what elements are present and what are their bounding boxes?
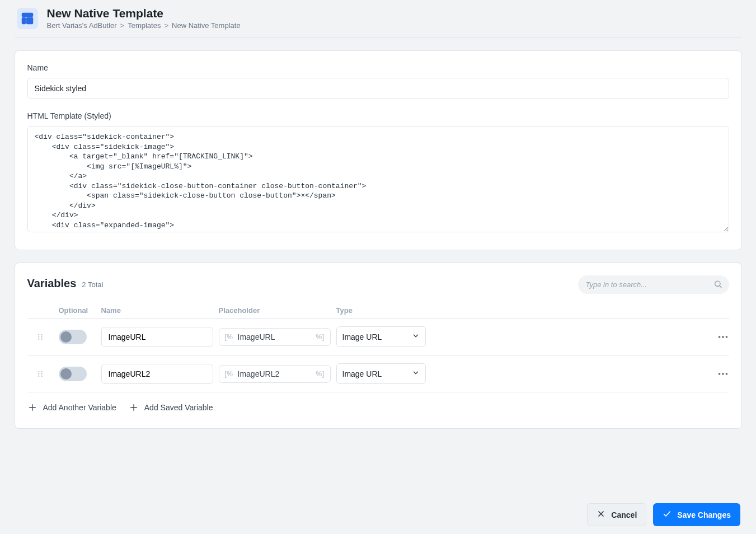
placeholder-value: ImageURL2 xyxy=(233,369,316,378)
footer-actions: Cancel Save Changes xyxy=(0,495,756,534)
svg-point-11 xyxy=(718,336,720,338)
placeholder-prefix: [% xyxy=(225,370,233,378)
cancel-label: Cancel xyxy=(611,510,637,519)
svg-line-4 xyxy=(720,285,721,287)
add-variable-button[interactable]: Add Another Variable xyxy=(27,402,116,413)
col-optional: Optional xyxy=(59,306,96,315)
svg-point-15 xyxy=(38,373,39,374)
variable-type-select[interactable]: Image URL xyxy=(336,363,426,384)
svg-point-14 xyxy=(38,371,39,372)
svg-point-10 xyxy=(41,338,42,339)
svg-point-17 xyxy=(41,371,42,372)
chevron-down-icon xyxy=(412,332,420,341)
placeholder-prefix: [% xyxy=(225,333,233,341)
add-saved-variable-button[interactable]: Add Saved Variable xyxy=(129,402,213,413)
col-name: Name xyxy=(101,306,213,315)
svg-point-16 xyxy=(38,375,39,376)
drag-handle-icon[interactable] xyxy=(27,332,53,341)
close-icon xyxy=(597,509,605,520)
chevron-down-icon xyxy=(412,369,420,378)
template-form-panel: Name HTML Template (Styled) xyxy=(15,50,742,250)
svg-point-19 xyxy=(41,375,42,376)
svg-point-21 xyxy=(722,373,724,375)
svg-rect-1 xyxy=(22,18,25,24)
breadcrumb-item-current: New Native Template xyxy=(172,21,241,30)
variables-total: 2 Total xyxy=(82,280,103,289)
placeholder-suffix: %] xyxy=(316,370,324,378)
variables-title: Variables xyxy=(27,277,77,290)
svg-point-22 xyxy=(725,373,727,375)
html-template-textarea[interactable] xyxy=(27,126,729,232)
plus-icon xyxy=(129,402,139,413)
svg-point-9 xyxy=(41,336,42,337)
name-label: Name xyxy=(27,63,729,72)
optional-toggle[interactable] xyxy=(59,367,87,381)
svg-point-5 xyxy=(38,334,39,335)
save-label: Save Changes xyxy=(677,510,731,519)
col-placeholder: Placeholder xyxy=(219,306,331,315)
variables-panel: Variables 2 Total Optional Name Placehol… xyxy=(15,263,742,429)
variables-column-headers: Optional Name Placeholder Type xyxy=(27,302,729,318)
add-saved-variable-label: Add Saved Variable xyxy=(144,403,213,412)
row-more-button[interactable] xyxy=(705,368,729,380)
variable-type-select[interactable]: Image URL xyxy=(336,326,426,347)
breadcrumb-item-root[interactable]: Bert Varias's AdButler xyxy=(47,21,117,30)
svg-point-20 xyxy=(718,373,720,375)
chevron-right-icon: > xyxy=(164,21,168,30)
svg-point-7 xyxy=(38,338,39,339)
name-input[interactable] xyxy=(27,78,729,99)
page-header: New Native Template Bert Varias's AdButl… xyxy=(15,0,742,38)
placeholder-suffix: %] xyxy=(316,333,324,341)
check-icon xyxy=(663,509,672,520)
chevron-right-icon: > xyxy=(120,21,125,30)
html-template-label: HTML Template (Styled) xyxy=(27,111,729,120)
variable-row: [% ImageURL %] Image URL xyxy=(27,318,729,355)
col-type: Type xyxy=(336,306,426,315)
svg-rect-0 xyxy=(22,13,32,16)
drag-handle-icon[interactable] xyxy=(27,369,53,378)
svg-point-8 xyxy=(41,334,42,335)
select-value: Image URL xyxy=(342,332,382,341)
search-input[interactable] xyxy=(578,275,729,294)
add-variable-label: Add Another Variable xyxy=(43,403,116,412)
save-button[interactable]: Save Changes xyxy=(653,503,740,526)
variable-placeholder-input[interactable]: [% ImageURL %] xyxy=(219,328,331,346)
plus-icon xyxy=(27,402,37,413)
variable-name-input[interactable] xyxy=(101,364,213,384)
variables-search[interactable] xyxy=(578,275,729,294)
cancel-button[interactable]: Cancel xyxy=(587,503,646,526)
placeholder-value: ImageURL xyxy=(233,332,316,341)
optional-toggle[interactable] xyxy=(59,330,87,344)
svg-point-12 xyxy=(722,336,724,338)
variable-placeholder-input[interactable]: [% ImageURL2 %] xyxy=(219,365,331,383)
variable-name-input[interactable] xyxy=(101,327,213,347)
svg-point-13 xyxy=(725,336,727,338)
svg-rect-2 xyxy=(27,18,32,24)
template-icon xyxy=(17,8,38,29)
search-icon xyxy=(713,279,722,290)
select-value: Image URL xyxy=(342,369,382,378)
breadcrumb: Bert Varias's AdButler > Templates > New… xyxy=(47,21,241,30)
variable-row: [% ImageURL2 %] Image URL xyxy=(27,355,729,392)
row-more-button[interactable] xyxy=(705,331,729,343)
svg-point-18 xyxy=(41,373,42,374)
page-title: New Native Template xyxy=(47,7,241,20)
svg-point-6 xyxy=(38,336,39,337)
breadcrumb-item-templates[interactable]: Templates xyxy=(128,21,161,30)
